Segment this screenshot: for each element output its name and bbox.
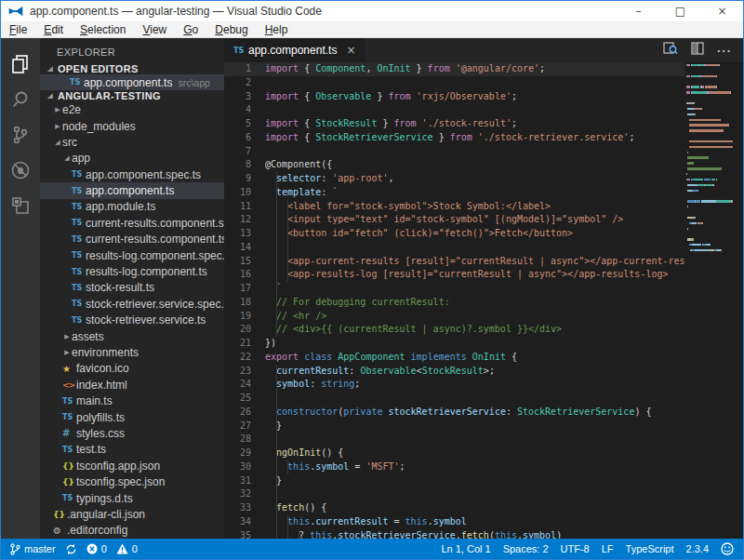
tree-item-assets[interactable]: ▶assets (40, 328, 224, 344)
code-line-10[interactable]: 10 template: ` (224, 186, 684, 200)
tree-item-main-ts[interactable]: TSmain.ts (40, 393, 224, 408)
tree-item--angular-cli-json[interactable]: {}.angular-cli.json (40, 506, 224, 522)
code-line-22[interactable]: 22export class AppComponent implements O… (224, 351, 684, 365)
code-line-29[interactable]: 29 ngOnInit() { (224, 447, 684, 460)
activity-extensions-icon[interactable] (1, 188, 40, 223)
tree-item-test-ts[interactable]: TStest.ts (40, 442, 224, 458)
open-editor-item[interactable]: TSapp.component.tssrc\app (40, 74, 224, 90)
menu-view[interactable]: View (134, 23, 175, 36)
code-line-35[interactable]: 35 ? this.stockRetrieverService.fetch(th… (224, 529, 684, 540)
menu-help[interactable]: Help (257, 23, 297, 36)
status-ln-1-col-1[interactable]: Ln 1, Col 1 (441, 543, 490, 554)
status-spaces-2[interactable]: Spaces: 2 (503, 543, 549, 554)
code-line-20[interactable]: 20 // <div>{{ (currentResult | async)?.s… (224, 323, 684, 337)
more-actions-icon[interactable]: ··· (717, 44, 732, 58)
tree-item-tsconfig-app-json[interactable]: {}tsconfig.app.json (40, 458, 224, 473)
tree-item-favicon-ico[interactable]: ★favicon.ico (40, 361, 224, 377)
code-line-15[interactable]: 15 <app-current-results [result]="curren… (224, 255, 684, 269)
tab-app-component-ts[interactable]: TS app.component.ts × (224, 38, 365, 62)
minimap[interactable] (684, 62, 733, 539)
activity-search-icon[interactable] (1, 82, 40, 117)
code-editor[interactable]: 1import { Component, OnInit } from '@ang… (224, 62, 684, 539)
project-header[interactable]: ◢ ANGULAR-TESTING (40, 90, 224, 101)
tree-item-typings-d-ts[interactable]: TStypings.d.ts (40, 490, 224, 506)
menu-selection[interactable]: Selection (72, 23, 134, 36)
tree-item-node-modules[interactable]: ▶node_modules (40, 118, 224, 134)
tree-item-stock-retriever-service-ts[interactable]: TSstock-retriever.service.ts (40, 313, 224, 328)
tree-item-current-results-component-ts[interactable]: TScurrent-results.component.ts (40, 232, 224, 247)
tree-item-app-module-ts[interactable]: TSapp.module.ts (40, 199, 224, 215)
status-errors[interactable]: 0 (86, 543, 107, 554)
tree-item-results-log-component-spec-ts[interactable]: TSresults-log.component.spec.ts (40, 247, 224, 263)
code-line-33[interactable]: 33 fetch() { (224, 501, 684, 515)
code-line-6[interactable]: 6import { StockRetrieverService } from '… (224, 131, 684, 145)
editor-scrollbar[interactable] (733, 62, 743, 539)
activity-explorer-icon[interactable] (1, 47, 40, 82)
status-sync[interactable] (65, 543, 77, 555)
maximize-button[interactable]: □ (659, 1, 701, 21)
split-editor-icon[interactable] (691, 42, 704, 59)
tree-item-app-component-ts[interactable]: TSapp.component.ts (40, 182, 224, 198)
tree-item-stock-result-ts[interactable]: TSstock-result.ts (40, 280, 224, 296)
code-line-11[interactable]: 11 <label for="stock-symbol">Stock Symbo… (224, 200, 684, 214)
tab-close-icon[interactable]: × (346, 44, 355, 57)
code-line-13[interactable]: 13 <button id="fetch" (click)="fetch()">… (224, 227, 684, 241)
activity-source-control-icon[interactable] (1, 117, 40, 153)
code-line-3[interactable]: 3import { Observable } from 'rxjs/Observ… (224, 90, 684, 104)
tree-item-index-html[interactable]: <>index.html (40, 377, 224, 393)
code-line-26[interactable]: 26 constructor(private stockRetrieverSer… (224, 406, 684, 420)
status-typescript[interactable]: TypeScript (626, 543, 674, 554)
status-feedback-smiley[interactable] (721, 542, 734, 555)
code-line-18[interactable]: 18 // For debugging currentResult: (224, 296, 684, 310)
code-line-27[interactable]: 27 } (224, 420, 684, 433)
tree-item-polyfills-ts[interactable]: TSpolyfills.ts (40, 409, 224, 425)
code-line-1[interactable]: 1import { Component, OnInit } from '@ang… (224, 62, 684, 76)
tree-item-app[interactable]: ◢app (40, 151, 224, 167)
open-preview-icon[interactable] (663, 42, 678, 59)
code-line-31[interactable]: 31 } (224, 474, 684, 488)
tree-item-src[interactable]: ◢src (40, 134, 224, 150)
code-line-4[interactable]: 4 (224, 103, 684, 117)
tree-item-styles-css[interactable]: #styles.css (40, 425, 224, 441)
tree-item-results-log-component-ts[interactable]: TSresults-log.component.ts (40, 263, 224, 279)
tree-item-tsconfig-spec-json[interactable]: {}tsconfig.spec.json (40, 473, 224, 489)
code-line-17[interactable]: 17 ` (224, 282, 684, 296)
tree-item--editorconfig[interactable]: ⚙.editorconfig (40, 523, 224, 539)
code-line-7[interactable]: 7 (224, 145, 684, 159)
code-line-24[interactable]: 24 symbol: string; (224, 378, 684, 392)
tree-item-app-component-spec-ts[interactable]: TSapp.component.spec.ts (40, 167, 224, 182)
status-2-3-4[interactable]: 2.3.4 (686, 543, 709, 554)
menu-file[interactable]: File (1, 23, 35, 36)
tree-item-e2e[interactable]: ▶e2e (40, 101, 224, 117)
code-line-32[interactable]: 32 (224, 487, 684, 501)
menu-edit[interactable]: Edit (35, 23, 72, 36)
code-line-28[interactable]: 28 (224, 433, 684, 447)
open-editors-header[interactable]: ◢ OPEN EDITORS (40, 63, 224, 74)
menu-debug[interactable]: Debug (206, 23, 256, 36)
minimize-button[interactable]: – (618, 1, 659, 21)
code-line-2[interactable]: 2 (224, 76, 684, 90)
status-warnings[interactable]: 0 (116, 543, 138, 554)
code-line-5[interactable]: 5import { StockResult } from './stock-re… (224, 117, 684, 131)
status-git-branch[interactable]: master (10, 543, 56, 555)
code-line-19[interactable]: 19 // <hr /> (224, 310, 684, 324)
status-utf-8[interactable]: UTF-8 (561, 543, 590, 554)
code-line-14[interactable]: 14 (224, 241, 684, 255)
code-line-21[interactable]: 21}) (224, 337, 684, 351)
code-line-23[interactable]: 23 currentResult: Observable<StockResult… (224, 365, 684, 379)
tree-item-current-results-component-spec-ts[interactable]: TScurrent-results.component.spec.ts (40, 215, 224, 231)
status-label: 2.3.4 (686, 543, 709, 554)
code-line-34[interactable]: 34 this.currentResult = this.symbol (224, 515, 684, 529)
code-line-8[interactable]: 8@Component({ (224, 158, 684, 172)
code-line-12[interactable]: 12 <input type="text" id="stock-symbol" … (224, 213, 684, 227)
code-line-30[interactable]: 30 this.symbol = 'MSFT'; (224, 460, 684, 474)
tree-item-environments[interactable]: ▶environments (40, 344, 224, 360)
tree-item-stock-retriever-service-spec-ts[interactable]: TSstock-retriever.service.spec.ts (40, 296, 224, 312)
code-line-9[interactable]: 9 selector: 'app-root', (224, 172, 684, 186)
status-lf[interactable]: LF (602, 543, 614, 554)
close-button[interactable]: × (701, 1, 743, 21)
code-line-25[interactable]: 25 (224, 392, 684, 406)
code-line-16[interactable]: 16 <app-results-log [result]="currentRes… (224, 268, 684, 282)
menu-go[interactable]: Go (175, 23, 206, 36)
activity-debug-icon[interactable] (1, 153, 40, 188)
